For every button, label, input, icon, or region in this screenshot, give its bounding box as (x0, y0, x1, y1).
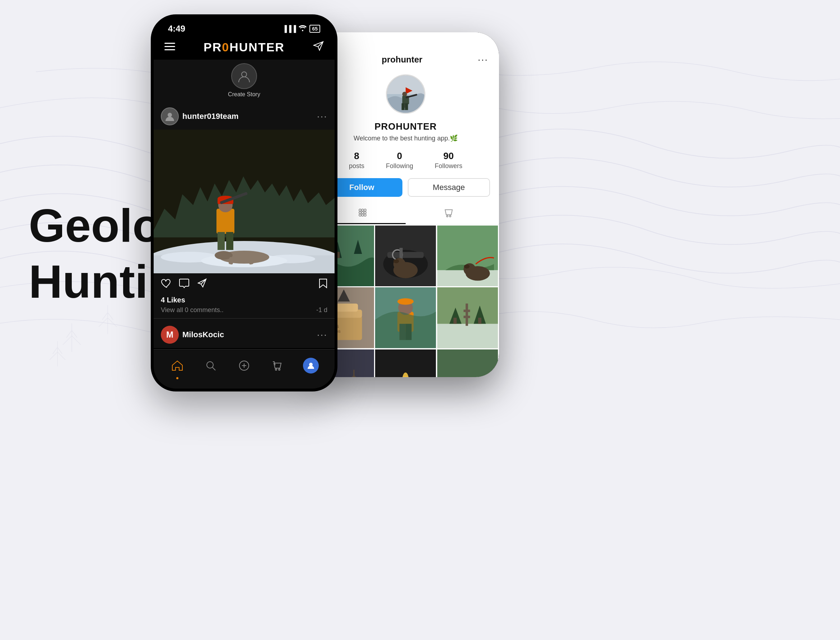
profile-avatar-section (312, 71, 499, 119)
post1-avatar (161, 107, 179, 125)
phone1-screen: 4:49 ▐▐▐ 65 (153, 17, 335, 389)
phone1-device: 4:49 ▐▐▐ 65 (151, 14, 337, 392)
svg-rect-77 (437, 324, 498, 348)
followers-count: 90 (443, 150, 454, 162)
profile-avatar (386, 74, 425, 114)
svg-point-38 (361, 209, 364, 211)
svg-rect-82 (463, 316, 470, 318)
grid-item-8[interactable] (375, 349, 436, 377)
stat-posts: 8 posts (349, 150, 364, 170)
phone2-device: ‹ prohunter ··· (312, 32, 499, 377)
profile-tabs (312, 202, 499, 224)
svg-rect-12 (216, 209, 235, 234)
profile-username-top: prohunter (382, 54, 422, 65)
create-story-item[interactable]: Create Story (161, 63, 327, 98)
post2-avatar: M (161, 326, 179, 344)
share-icon[interactable] (197, 278, 207, 291)
svg-point-32 (402, 91, 407, 96)
comment-icon[interactable] (179, 278, 190, 291)
grid-item-9[interactable] (437, 349, 498, 377)
tab-shop[interactable] (406, 202, 492, 224)
svg-rect-80 (466, 304, 468, 326)
message-button[interactable]: Message (408, 178, 490, 197)
post1-more-icon[interactable]: ··· (317, 110, 327, 122)
create-story-avatar (231, 63, 257, 89)
svg-rect-95 (437, 349, 498, 377)
following-count: 0 (397, 150, 402, 162)
svg-point-26 (279, 369, 280, 370)
logo-zero: 0 (222, 40, 229, 54)
phone2-screen: ‹ prohunter ··· (312, 32, 499, 377)
hamburger-icon[interactable] (164, 42, 175, 53)
timestamp: -1 d (316, 306, 327, 314)
svg-point-4 (241, 72, 247, 77)
status-time: 4:49 (168, 24, 185, 34)
grid-item-3[interactable] (437, 226, 498, 286)
create-story-label: Create Story (228, 91, 260, 98)
post2-username: MilosKocic (182, 330, 224, 339)
nav-search[interactable] (200, 355, 222, 376)
stat-following: 0 Following (386, 150, 413, 170)
post2-header: M MilosKocic ··· (153, 322, 335, 348)
svg-point-57 (393, 259, 399, 263)
grid-item-2[interactable] (375, 226, 436, 286)
nav-home[interactable] (166, 355, 188, 376)
profile-actions: Follow Message (312, 176, 499, 202)
svg-rect-35 (405, 104, 408, 110)
profile-name-section: PROHUNTER Welcome to the best hunting ap… (312, 119, 499, 144)
photo-grid: THIS HUNT IS OVER (312, 224, 499, 377)
profile-more-icon[interactable]: ··· (478, 54, 488, 66)
nav-add[interactable] (233, 355, 255, 376)
post1-user: hunter019team (161, 107, 239, 125)
svg-point-62 (464, 264, 470, 268)
status-icons: ▐▐▐ 65 (282, 25, 320, 33)
feed-section: hunter019team ··· (153, 103, 335, 348)
posts-label: posts (349, 162, 364, 170)
wifi-icon (299, 25, 307, 33)
bookmark-icon[interactable] (319, 278, 327, 291)
svg-point-43 (359, 214, 361, 216)
comments-link[interactable]: View all 0 comments.. -1 d (153, 306, 335, 315)
svg-point-41 (361, 211, 364, 214)
like-icon[interactable] (161, 278, 172, 291)
send-icon[interactable] (313, 41, 324, 53)
svg-point-0 (302, 30, 303, 31)
nav-profile-avatar (303, 358, 319, 373)
svg-point-45 (364, 214, 366, 216)
posts-count: 8 (354, 150, 359, 162)
nav-profile[interactable] (300, 355, 322, 376)
svg-rect-2 (164, 46, 175, 47)
svg-rect-79 (478, 318, 481, 324)
logo-pr: PR (204, 40, 222, 54)
grid-item-6[interactable] (437, 287, 498, 348)
status-bar: 4:49 ▐▐▐ 65 (153, 17, 335, 37)
nav-shop[interactable] (267, 355, 288, 376)
svg-point-23 (207, 362, 213, 368)
post1-header: hunter019team ··· (153, 103, 335, 130)
bottom-nav (153, 349, 335, 389)
svg-point-39 (364, 209, 366, 211)
svg-point-75 (398, 298, 414, 305)
battery-icon: 65 (310, 25, 320, 33)
svg-point-42 (364, 211, 366, 214)
svg-point-46 (447, 216, 448, 217)
app-header: PR0HUNTER (153, 37, 335, 59)
profile-display-name: PROHUNTER (319, 121, 492, 132)
svg-rect-78 (454, 318, 457, 324)
svg-point-25 (275, 369, 277, 370)
profile-stats: 8 posts 0 Following 90 Followers (312, 144, 499, 176)
svg-point-37 (359, 209, 361, 211)
svg-rect-13 (217, 232, 225, 250)
post2-user: M MilosKocic (161, 326, 224, 344)
grid-item-5[interactable] (375, 287, 436, 348)
svg-rect-3 (164, 49, 175, 50)
post1-actions (153, 273, 335, 296)
following-label: Following (386, 162, 413, 170)
comments-text: View all 0 comments.. (161, 306, 224, 314)
signal-icon: ▐▐▐ (282, 25, 296, 33)
post2-more-icon[interactable]: ··· (317, 329, 327, 341)
profile-bio: Welcome to the best hunting app.🌿 (319, 134, 492, 142)
post1-username: hunter019team (182, 112, 239, 121)
stories-section: Create Story (153, 59, 335, 103)
logo-hunter: HUNTER (229, 40, 285, 54)
